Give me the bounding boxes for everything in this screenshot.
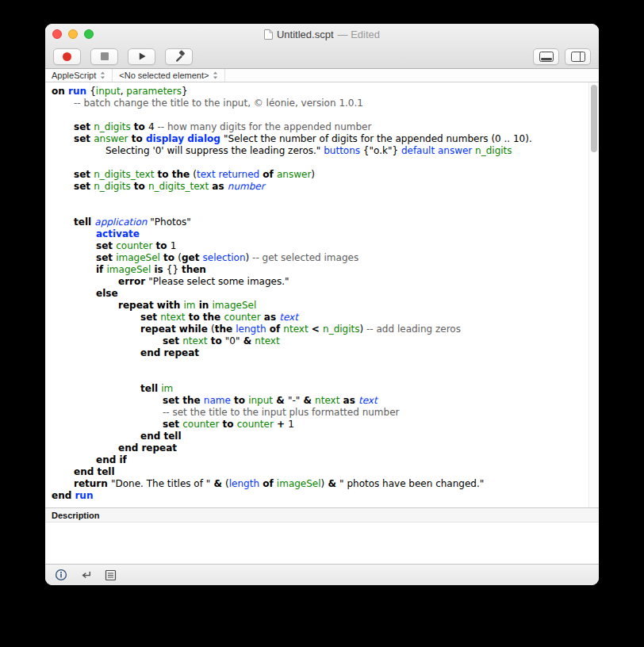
desktop: { "window": { "title": "Untitled.scpt", … bbox=[0, 0, 644, 647]
bottom-pane-icon bbox=[539, 52, 554, 62]
hammer-icon bbox=[173, 50, 186, 63]
code-line: end if bbox=[45, 454, 588, 466]
minimize-button[interactable] bbox=[68, 29, 78, 39]
code-line: -- set the title to the input plus forma… bbox=[45, 407, 588, 419]
element-popup-label: <No selected element> bbox=[119, 71, 209, 80]
compile-button[interactable] bbox=[165, 48, 193, 65]
accessory-bar bbox=[45, 564, 599, 585]
code-line bbox=[45, 193, 588, 205]
code-editor[interactable]: on run {input, parameters}-- batch chang… bbox=[45, 82, 588, 507]
return-icon bbox=[80, 569, 92, 580]
editor-scrollbar-thumb[interactable] bbox=[591, 85, 597, 152]
code-line: set counter to counter + 1 bbox=[45, 419, 588, 431]
editor-area: on run {input, parameters}-- batch chang… bbox=[45, 82, 599, 507]
window-chrome: Untitled.scpt — Edited bbox=[45, 24, 599, 69]
record-button[interactable] bbox=[53, 48, 81, 65]
toolbar bbox=[45, 44, 599, 68]
info-icon bbox=[55, 569, 67, 581]
code-line: end tell bbox=[45, 431, 588, 442]
language-popup[interactable]: AppleScript bbox=[45, 69, 113, 82]
code-line: set answer to display dialog "Select the… bbox=[45, 133, 588, 145]
element-popup[interactable]: <No selected element> bbox=[113, 69, 225, 82]
language-popup-label: AppleScript bbox=[52, 71, 96, 80]
code-line: end tell bbox=[45, 466, 588, 478]
code-line: end run bbox=[45, 490, 588, 502]
zoom-button[interactable] bbox=[84, 29, 94, 39]
code-line bbox=[45, 157, 588, 169]
code-line: end repeat bbox=[45, 347, 588, 359]
show-side-pane-button[interactable] bbox=[565, 48, 591, 65]
title-area: Untitled.scpt — Edited bbox=[264, 29, 380, 40]
description-editor[interactable] bbox=[45, 523, 599, 564]
code-line: repeat while (the length of ntext < n_di… bbox=[45, 324, 588, 335]
document-icon[interactable] bbox=[264, 29, 273, 40]
editor-scrollbar[interactable] bbox=[588, 82, 599, 507]
code-line: end repeat bbox=[45, 442, 588, 454]
navigation-bar: AppleScript <No selected element> bbox=[45, 69, 599, 82]
code-line: tell application "Photos" bbox=[45, 216, 588, 228]
code-line: set n_digits to n_digits_text as number bbox=[45, 181, 588, 193]
return-button[interactable] bbox=[80, 569, 92, 580]
code-line bbox=[45, 371, 588, 383]
stop-icon bbox=[101, 52, 109, 60]
popup-arrows-icon bbox=[213, 71, 218, 79]
code-line: set counter to 1 bbox=[45, 240, 588, 252]
stop-button[interactable] bbox=[90, 48, 118, 65]
side-pane-icon bbox=[571, 52, 585, 62]
play-icon bbox=[137, 52, 147, 61]
code-line: else bbox=[45, 288, 588, 300]
code-line: on run {input, parameters} bbox=[45, 86, 588, 98]
code-line: if imageSel is {} then bbox=[45, 264, 588, 276]
code-line bbox=[45, 359, 588, 371]
code-line: Selecting '0' will suppress the leading … bbox=[45, 145, 588, 157]
code-line: activate bbox=[45, 228, 588, 240]
code-line: repeat with im in imageSel bbox=[45, 300, 588, 312]
toolbar-left-group bbox=[53, 48, 193, 65]
event-log-icon bbox=[105, 569, 117, 581]
description-header-bar: Description bbox=[45, 507, 599, 523]
code-line bbox=[45, 109, 588, 121]
code-line: set ntext to the counter as text bbox=[45, 312, 588, 324]
code-line: -- batch change the title to the input, … bbox=[45, 98, 588, 109]
description-header-label: Description bbox=[52, 511, 100, 520]
window-title: Untitled.scpt bbox=[277, 29, 334, 40]
run-button[interactable] bbox=[128, 48, 155, 65]
popup-arrows-icon bbox=[100, 71, 105, 79]
titlebar[interactable]: Untitled.scpt — Edited bbox=[45, 24, 599, 44]
code-line: set imageSel to (get selection) -- get s… bbox=[45, 252, 588, 264]
traffic-lights bbox=[52, 24, 94, 44]
code-line: set ntext to "0" & ntext bbox=[45, 335, 588, 347]
code-line: set n_digits_text to the (text returned … bbox=[45, 169, 588, 181]
code-line: set the name to input & "-" & ntext as t… bbox=[45, 395, 588, 407]
show-bottom-pane-button[interactable] bbox=[533, 48, 559, 65]
close-button[interactable] bbox=[52, 29, 62, 39]
code-line bbox=[45, 205, 588, 216]
event-log-button[interactable] bbox=[105, 569, 117, 581]
window-edited-status: — Edited bbox=[338, 29, 380, 40]
code-line: return "Done. The titles of " & (length … bbox=[45, 478, 588, 490]
code-line: set n_digits to 4 -- how many digits for… bbox=[45, 121, 588, 133]
info-button[interactable] bbox=[55, 569, 67, 581]
code-line: tell im bbox=[45, 383, 588, 395]
record-icon bbox=[63, 52, 71, 61]
toolbar-right-group bbox=[533, 48, 591, 65]
script-editor-window: Untitled.scpt — Edited bbox=[45, 24, 599, 585]
code-line: error "Please select some images." bbox=[45, 276, 588, 288]
